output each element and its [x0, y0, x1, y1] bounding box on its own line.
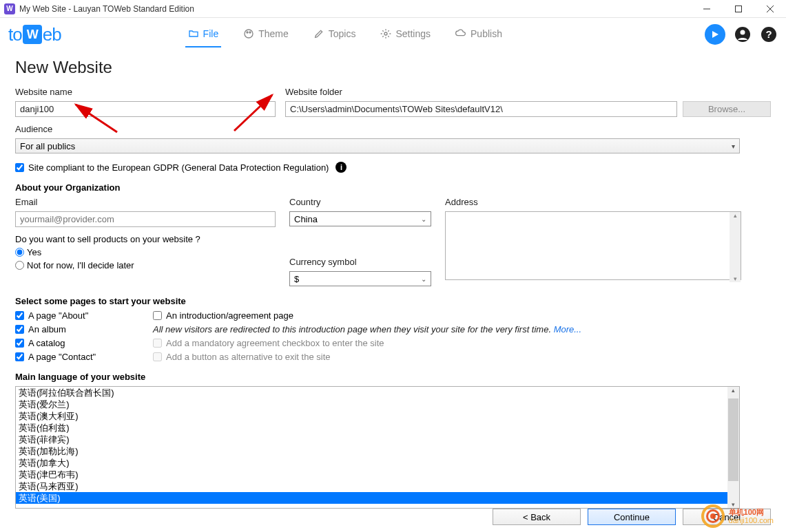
svg-point-4 — [245, 30, 253, 38]
website-folder-input[interactable] — [285, 101, 677, 117]
scrollbar[interactable]: ▴▾ — [727, 387, 739, 508]
intro-hint: All new visitors are redirected to this … — [153, 324, 771, 334]
cloud-upload-icon — [455, 28, 466, 39]
language-option[interactable]: 英语(加勒比海) — [16, 445, 739, 457]
language-option[interactable]: 英语(阿拉伯联合酋长国) — [16, 387, 739, 398]
logo: to W eb — [8, 24, 61, 45]
language-listbox[interactable]: 英语(阿拉伯联合酋长国)英语(爱尔兰)英语(澳大利亚)英语(伯利兹)英语(菲律宾… — [15, 386, 740, 509]
tab-theme[interactable]: Theme — [240, 21, 291, 47]
email-input[interactable] — [15, 211, 276, 227]
tab-file[interactable]: File — [185, 21, 222, 47]
tab-publish-label: Publish — [470, 28, 502, 39]
svg-point-10 — [741, 30, 745, 35]
mandatory-label: Add a mandatory agreement checkbox to en… — [166, 338, 384, 348]
logo-pre: to — [8, 24, 22, 45]
country-select[interactable]: China ⌄ — [289, 211, 431, 226]
watermark-en: danji100.com — [729, 516, 774, 524]
tab-settings[interactable]: Settings — [378, 21, 433, 47]
language-option[interactable]: 英语(津巴布韦) — [16, 469, 739, 480]
browse-button[interactable]: Browse... — [683, 101, 771, 117]
chevron-down-icon: ▾ — [732, 142, 735, 150]
user-icon — [734, 26, 751, 43]
page-album-label: An album — [28, 324, 66, 334]
scrollbar[interactable]: ▴▾ — [730, 212, 741, 282]
sell-no-label: Not for now, I'll decide later — [27, 260, 134, 270]
address-label: Address — [445, 197, 741, 207]
page-catalog-checkbox[interactable] — [15, 339, 24, 348]
page-contact-label: A page "Contact" — [28, 352, 96, 362]
exit-button-checkbox — [153, 352, 162, 361]
help-button[interactable]: ? — [760, 25, 778, 43]
sell-yes-label: Yes — [27, 247, 41, 257]
email-label: Email — [15, 197, 276, 207]
watermark: 单机100网 danji100.com — [701, 504, 774, 528]
page-contact-checkbox[interactable] — [15, 352, 24, 361]
toolbar: to W eb File Theme Topics Settings Publi… — [0, 18, 786, 51]
website-name-label: Website name — [15, 87, 276, 97]
svg-rect-1 — [736, 6, 742, 12]
sell-yes-radio[interactable] — [15, 248, 24, 257]
pencil-icon — [313, 28, 324, 39]
help-icon: ? — [761, 26, 777, 43]
audience-label: Audience — [15, 124, 771, 134]
continue-button[interactable]: Continue — [588, 509, 676, 525]
sell-no-radio[interactable] — [15, 261, 24, 270]
currency-value: $ — [294, 274, 299, 284]
website-name-input[interactable] — [15, 101, 276, 117]
folder-icon — [188, 28, 199, 39]
maximize-button[interactable] — [723, 0, 754, 18]
language-option[interactable]: 英语(爱尔兰) — [16, 398, 739, 410]
svg-point-6 — [249, 32, 251, 33]
language-option[interactable]: 英语(美国) — [16, 492, 739, 504]
page-about-checkbox[interactable] — [15, 311, 24, 320]
currency-label: Currency symbol — [289, 257, 431, 267]
pages-heading: Select some pages to start your website — [15, 296, 771, 306]
page-about-label: A page "About" — [28, 310, 88, 321]
gear-icon — [380, 28, 391, 39]
language-option[interactable]: 英语(伯利兹) — [16, 422, 739, 434]
address-textarea[interactable] — [445, 211, 741, 280]
language-option[interactable]: 英语(加拿大) — [16, 457, 739, 469]
logo-post: eb — [43, 24, 61, 45]
mandatory-checkbox — [153, 339, 162, 348]
website-folder-label: Website folder — [285, 87, 771, 97]
audience-select[interactable]: For all publics ▾ — [15, 138, 740, 153]
country-value: China — [294, 214, 318, 224]
account-button[interactable] — [734, 25, 752, 43]
close-button[interactable] — [754, 0, 786, 18]
chevron-down-icon: ⌄ — [421, 215, 426, 223]
preview-button[interactable] — [705, 24, 725, 45]
language-option[interactable]: 英语(澳大利亚) — [16, 410, 739, 422]
gdpr-checkbox[interactable] — [15, 163, 24, 172]
tab-file-label: File — [203, 28, 219, 39]
chevron-down-icon: ⌄ — [421, 275, 426, 283]
lang-heading: Main language of your website — [15, 372, 771, 382]
currency-select[interactable]: $ ⌄ — [289, 271, 431, 286]
page-album-checkbox[interactable] — [15, 325, 24, 334]
page-catalog-label: A catalog — [28, 338, 65, 348]
logo-mid: W — [23, 25, 42, 44]
more-link[interactable]: More... — [554, 324, 581, 334]
svg-point-7 — [384, 32, 387, 35]
sell-question: Do you want to sell products on your web… — [15, 234, 276, 244]
tab-settings-label: Settings — [395, 28, 431, 39]
app-icon: W — [4, 3, 15, 14]
palette-icon — [243, 28, 254, 39]
country-label: Country — [289, 197, 431, 207]
info-icon[interactable]: i — [335, 162, 347, 173]
minimize-button[interactable] — [691, 0, 723, 18]
tab-theme-label: Theme — [258, 28, 289, 39]
back-button[interactable]: < Back — [493, 509, 581, 525]
language-option[interactable]: 英语(菲律宾) — [16, 434, 739, 445]
page-title: New Website — [15, 58, 771, 77]
gdpr-label: Site compliant to the European GDPR (Gen… — [28, 162, 329, 173]
tab-topics[interactable]: Topics — [311, 21, 359, 47]
window-title: My Web Site - Lauyan TOWeb Standard Edit… — [19, 4, 691, 14]
svg-text:?: ? — [765, 28, 772, 40]
tab-topics-label: Topics — [329, 28, 356, 39]
page-intro-checkbox[interactable] — [153, 311, 162, 320]
language-option[interactable]: 英语(马来西亚) — [16, 480, 739, 492]
audience-value: For all publics — [20, 141, 75, 151]
org-heading: About your Organization — [15, 182, 771, 193]
tab-publish[interactable]: Publish — [453, 21, 505, 47]
